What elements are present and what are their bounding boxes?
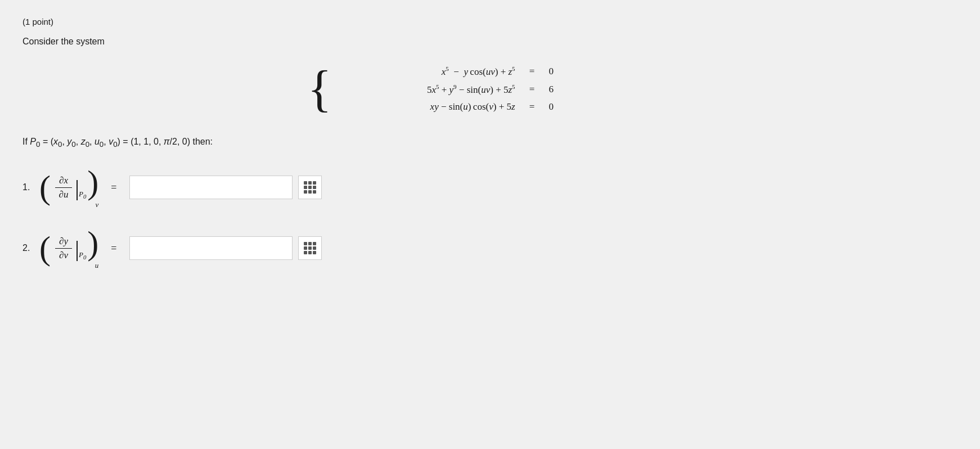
q1-eval-sub: P0 <box>79 190 86 200</box>
q2-paren-expression: ( ∂y ∂v P0 ) u <box>39 226 98 270</box>
q2-numerator: ∂y <box>55 236 72 249</box>
eq2-rhs: 6 <box>549 84 560 95</box>
q2-right-paren: ) <box>87 226 98 260</box>
q1-right-paren: ) <box>87 165 98 199</box>
q1-left-paren: ( <box>39 170 51 204</box>
q2-fraction: ∂y ∂v <box>52 234 75 263</box>
q1-grid-icon <box>304 181 316 194</box>
eq3-equals: = <box>527 101 538 113</box>
points-label: (1 point) <box>23 17 957 26</box>
brace-wrapper: { x5 − y cos(uv) + z5 = 0 5x5 + y9 − sin… <box>307 64 560 114</box>
q2-eval-bar-container: P0 <box>77 241 86 263</box>
eq2-equals: = <box>527 84 538 95</box>
consider-text: Consider the system <box>23 37 957 47</box>
q1-equals: = <box>111 182 116 194</box>
question-2-row: 2. ( ∂y ∂v P0 ) u = <box>23 226 957 270</box>
eq1-lhs: x5 − y cos(uv) + z5 <box>341 65 515 78</box>
q2-fraction-eval: ∂y ∂v P0 <box>52 234 86 263</box>
eq3-rhs: 0 <box>549 101 560 113</box>
eq2-lhs: 5x5 + y9 − sin(uv) + 5z5 <box>341 83 515 96</box>
q2-equals: = <box>111 243 116 254</box>
equations-block: x5 − y cos(uv) + z5 = 0 5x5 + y9 − sin(u… <box>341 65 560 112</box>
q2-eval-bar <box>77 241 78 261</box>
q2-grid-icon <box>304 242 316 254</box>
q1-numerator: ∂x <box>55 175 72 188</box>
q1-eval-bar <box>77 180 78 200</box>
left-brace: { <box>307 64 331 114</box>
q1-answer-input[interactable] <box>129 176 293 199</box>
page-container: (1 point) Consider the system { x5 − y c… <box>0 0 980 304</box>
q1-denominator: ∂u <box>55 188 72 200</box>
q1-eval-subscripts: P0 <box>79 190 86 200</box>
q1-subscript-v: v <box>96 200 99 209</box>
q2-eval-subscripts: P0 <box>79 250 86 261</box>
equation-row-1: x5 − y cos(uv) + z5 = 0 <box>341 65 560 78</box>
equation-row-2: 5x5 + y9 − sin(uv) + 5z5 = 6 <box>341 83 560 96</box>
eq3-lhs: xy − sin(u) cos(v) + 5z <box>341 101 515 113</box>
q1-grid-button[interactable] <box>298 176 322 199</box>
q2-answer-input[interactable] <box>129 236 293 260</box>
question-1-row: 1. ( ∂x ∂u P0 ) v = <box>23 165 957 209</box>
q2-right-paren-wrapper: ) u <box>87 226 98 270</box>
q1-eval-bar-container: P0 <box>77 180 86 203</box>
equation-row-3: xy − sin(u) cos(v) + 5z = 0 <box>341 101 560 113</box>
q1-paren-expression: ( ∂x ∂u P0 ) v <box>39 165 98 209</box>
if-p0-line: If P0 = (x0, y0, z0, u0, v0) = (1, 1, 0,… <box>23 137 957 149</box>
q2-subscript-u: u <box>95 261 99 270</box>
eq1-rhs: 0 <box>549 66 560 77</box>
q2-grid-button[interactable] <box>298 236 322 260</box>
q1-fraction: ∂x ∂u <box>52 173 75 203</box>
question-1-number: 1. <box>23 182 34 192</box>
eq1-equals: = <box>527 66 538 77</box>
q2-denominator: ∂v <box>55 249 72 261</box>
q1-fraction-eval: ∂x ∂u P0 <box>52 173 86 203</box>
q2-left-paren: ( <box>39 231 51 265</box>
q1-right-paren-wrapper: ) v <box>87 165 98 209</box>
system-equations: { x5 − y cos(uv) + z5 = 0 5x5 + y9 − sin… <box>23 64 845 114</box>
question-2-number: 2. <box>23 243 34 253</box>
q2-eval-sub: P0 <box>79 250 86 261</box>
